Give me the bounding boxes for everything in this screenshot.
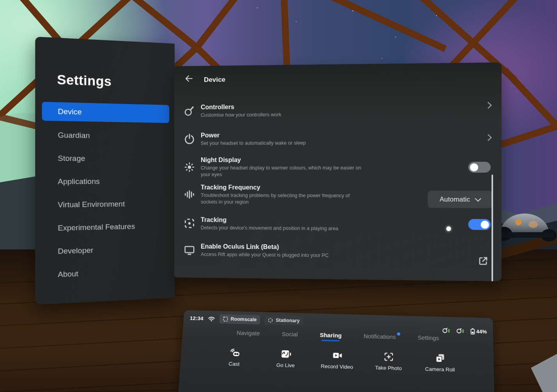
night-display-toggle[interactable] — [468, 162, 491, 173]
setting-title: Power — [201, 131, 306, 139]
stationary-mode-button[interactable]: Stationary — [264, 315, 303, 326]
notification-dot — [397, 332, 400, 335]
setting-title: Tracking Frequency — [201, 184, 357, 192]
camera-roll-button[interactable]: Camera Roll — [416, 352, 464, 373]
device-settings-panel: Device Controllers Customise how your co… — [174, 62, 502, 281]
action-label: Record Video — [321, 363, 353, 370]
night-display-icon — [184, 161, 195, 173]
sharing-actions: Cast Go Live Rec — [180, 346, 494, 374]
chevron-right-icon — [485, 134, 492, 141]
stationary-icon — [268, 318, 273, 323]
status-left: 12:34 Roomscale Stationary — [189, 313, 303, 326]
action-label: Go Live — [276, 362, 295, 369]
action-label: Camera Roll — [425, 366, 455, 373]
setting-row-controllers[interactable]: Controllers Customise how your controlle… — [174, 96, 502, 123]
setting-row-tracking[interactable]: Tracking Detects your device's movement … — [174, 211, 502, 238]
chevron-right-icon — [485, 102, 492, 109]
sidebar-item-virtual-environment[interactable]: Virtual Environment — [42, 194, 170, 214]
tab-notifications[interactable]: Notifications — [364, 333, 396, 343]
setting-row-power[interactable]: Power Set your headset to automatically … — [174, 125, 502, 151]
cast-icon — [229, 347, 240, 358]
chevron-down-icon — [475, 196, 481, 202]
stationary-label: Stationary — [276, 318, 300, 324]
vr-settings-screen: { "colors": { "accent_blue": "#1566d8", … — [0, 0, 557, 392]
record-video-icon — [332, 350, 343, 361]
tab-navigate[interactable]: Navigate — [236, 329, 260, 339]
headset-battery: 44% — [470, 328, 487, 335]
tracking-toggle[interactable] — [468, 219, 491, 230]
left-controller-battery-icon — [442, 327, 450, 334]
right-controller-battery-icon — [456, 327, 464, 335]
panel-header: Device — [174, 62, 502, 91]
cast-button[interactable]: Cast — [210, 347, 259, 367]
headset-battery-percent: 44% — [476, 328, 487, 335]
go-live-button[interactable]: Go Live — [261, 348, 310, 369]
setting-subtitle: Set your headset to automatically wake o… — [201, 139, 306, 147]
tracking-icon — [184, 217, 195, 229]
setting-row-tracking-frequency[interactable]: Tracking Frequency Troubleshoot tracking… — [174, 182, 502, 208]
wifi-icon — [207, 316, 215, 321]
power-icon — [184, 133, 195, 145]
setting-subtitle: Access Rift apps while your Quest is plu… — [201, 251, 329, 259]
sidebar-title: Settings — [57, 72, 111, 89]
status-right: 44% — [442, 327, 487, 335]
external-link-icon[interactable] — [477, 255, 489, 267]
vr-cursor-dot — [446, 226, 451, 231]
sidebar-item-about[interactable]: About — [42, 261, 170, 284]
roomscale-mode-button[interactable]: Roomscale — [219, 314, 260, 325]
tracking-frequency-dropdown[interactable]: Automatic — [428, 191, 492, 208]
sidebar-item-applications[interactable]: Applications — [42, 172, 170, 191]
setting-title: Night Display — [201, 156, 368, 164]
settings-sidebar: Settings Device Guardian Storage Applica… — [35, 37, 175, 305]
controllers-icon — [184, 105, 195, 117]
roomscale-icon — [223, 316, 228, 321]
setting-subtitle: Change your headset display to warmer co… — [201, 165, 368, 178]
dropdown-value: Automatic — [440, 196, 470, 203]
tracking-frequency-icon — [184, 189, 195, 200]
back-icon[interactable] — [184, 74, 195, 84]
panel-title: Device — [204, 76, 225, 84]
tab-settings[interactable]: Settings — [418, 334, 439, 344]
scrollbar[interactable] — [492, 175, 493, 281]
roomscale-label: Roomscale — [230, 316, 256, 323]
setting-title: Tracking — [201, 216, 338, 224]
sidebar-item-guardian[interactable]: Guardian — [42, 125, 170, 146]
sidebar-item-device[interactable]: Device — [42, 102, 170, 123]
tab-social[interactable]: Social — [281, 330, 298, 340]
setting-row-oculus-link[interactable]: Enable Oculus Link (Beta) Access Rift ap… — [174, 238, 502, 265]
setting-row-night-display[interactable]: Night Display Change your headset displa… — [174, 154, 502, 179]
sidebar-item-storage[interactable]: Storage — [42, 149, 170, 168]
take-photo-icon — [383, 351, 394, 362]
setting-title: Controllers — [201, 102, 281, 111]
sidebar-item-experimental-features[interactable]: Experimental Features — [42, 217, 170, 238]
action-label: Take Photo — [375, 365, 402, 371]
setting-subtitle: Troubleshoot tracking problems by select… — [201, 192, 357, 206]
clock: 12:34 — [190, 315, 204, 321]
setting-subtitle: Detects your device's movement and posit… — [201, 224, 338, 232]
toggle-knob — [470, 163, 478, 171]
record-video-button[interactable]: Record Video — [313, 350, 361, 370]
camera-roll-icon — [435, 353, 445, 364]
universal-menu-bar: 12:34 Roomscale Stationary — [178, 310, 495, 392]
setting-subtitle: Customise how your controllers work — [201, 111, 281, 118]
tab-sharing[interactable]: Sharing — [320, 332, 342, 342]
oculus-link-icon — [184, 244, 195, 256]
setting-title: Enable Oculus Link (Beta) — [201, 242, 329, 251]
take-photo-button[interactable]: Take Photo — [364, 351, 412, 371]
go-live-icon — [280, 349, 291, 360]
action-label: Cast — [228, 361, 240, 367]
toggle-knob — [481, 221, 489, 229]
sidebar-item-developer[interactable]: Developer — [42, 239, 170, 261]
